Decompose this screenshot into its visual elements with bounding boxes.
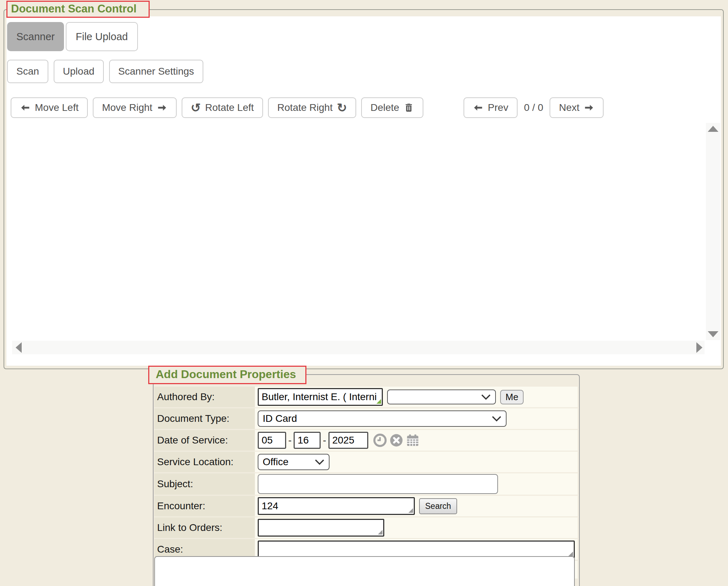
move-right-button[interactable]: Move Right: [93, 97, 177, 118]
move-right-label: Move Right: [102, 102, 152, 113]
scan-tabs: Scanner File Upload: [7, 22, 721, 51]
delete-label: Delete: [370, 102, 399, 113]
horizontal-scrollbar[interactable]: [12, 341, 705, 354]
arrow-right-icon: [584, 102, 594, 113]
rotate-right-icon: ↻: [337, 102, 347, 114]
table-row: Subject:: [154, 473, 578, 495]
scan-actions: Scan Upload Scanner Settings: [7, 60, 721, 83]
scroll-left-icon[interactable]: [16, 342, 22, 353]
scanner-settings-button[interactable]: Scanner Settings: [109, 60, 203, 83]
date-separator: -: [288, 435, 291, 446]
document-notes-textarea[interactable]: [154, 556, 575, 586]
tab-file-upload-label: File Upload: [76, 31, 128, 43]
prev-label: Prev: [488, 102, 508, 113]
scan-button[interactable]: Scan: [7, 60, 48, 83]
date-day-input[interactable]: [294, 432, 321, 449]
clock-icon[interactable]: [373, 434, 387, 447]
rotate-left-label: Rotate Left: [205, 102, 254, 113]
image-toolbar: Move Left Move Right ↺ Rotate Left Rotat…: [11, 97, 721, 118]
table-row: Link to Orders:: [154, 517, 578, 538]
scan-panel: Scanner File Upload Scan Upload Scanner …: [6, 16, 721, 366]
add-document-properties-fieldset: Authored By: Me Document Type: ID Card D…: [153, 374, 580, 586]
link-to-orders-label: Link to Orders:: [154, 517, 255, 538]
delete-button[interactable]: Delete: [361, 97, 423, 118]
rotate-right-button[interactable]: Rotate Right ↻: [268, 97, 356, 118]
upload-button-label: Upload: [63, 66, 95, 77]
me-button[interactable]: Me: [500, 390, 524, 404]
subject-label: Subject:: [154, 473, 255, 495]
table-row: Date of Service: - -: [154, 430, 578, 451]
calendar-icon[interactable]: [406, 434, 419, 447]
add-document-properties-title: Add Document Properties: [148, 366, 306, 384]
date-month-input[interactable]: [258, 432, 286, 449]
next-button[interactable]: Next: [550, 97, 604, 118]
scanner-settings-button-label: Scanner Settings: [118, 66, 194, 77]
encounter-input[interactable]: [258, 497, 415, 515]
table-row: Encounter: Search: [154, 496, 578, 516]
link-to-orders-input[interactable]: [258, 519, 384, 537]
clear-date-icon[interactable]: [390, 434, 403, 447]
arrow-left-icon: [473, 102, 483, 113]
chevron-down-icon: [481, 394, 491, 400]
rotate-right-label: Rotate Right: [277, 102, 333, 113]
scan-button-label: Scan: [16, 66, 39, 77]
document-properties-table: Authored By: Me Document Type: ID Card D…: [154, 386, 578, 580]
move-left-label: Move Left: [35, 102, 79, 113]
tab-scanner-label: Scanner: [16, 31, 55, 43]
prev-button[interactable]: Prev: [464, 97, 518, 118]
trash-icon: [403, 102, 414, 113]
service-location-label: Service Location:: [154, 452, 255, 472]
date-year-input[interactable]: [328, 432, 368, 449]
vertical-scrollbar[interactable]: [706, 123, 720, 340]
encounter-search-button[interactable]: Search: [419, 498, 457, 514]
table-row: Service Location: Office: [154, 452, 578, 472]
table-row: Document Type: ID Card: [154, 408, 578, 429]
rotate-left-button[interactable]: ↺ Rotate Left: [182, 97, 263, 118]
tab-scanner[interactable]: Scanner: [7, 22, 64, 51]
authored-by-label: Authored By:: [154, 387, 255, 407]
authored-by-select[interactable]: [387, 389, 496, 404]
scroll-down-icon[interactable]: [708, 331, 718, 337]
service-location-select[interactable]: Office: [258, 454, 330, 470]
document-type-label: Document Type:: [154, 408, 255, 429]
encounter-label: Encounter:: [154, 496, 255, 516]
table-row: Authored By: Me: [154, 387, 578, 407]
arrow-right-icon: [157, 102, 167, 113]
date-of-service-label: Date of Service:: [154, 430, 255, 451]
document-type-select[interactable]: ID Card: [258, 410, 507, 427]
page-counter: 0 / 0: [524, 102, 543, 113]
chevron-down-icon: [492, 416, 502, 421]
page-navigation: Prev 0 / 0 Next: [464, 97, 604, 118]
case-input[interactable]: [258, 541, 575, 558]
scroll-right-icon[interactable]: [696, 342, 702, 353]
tab-file-upload[interactable]: File Upload: [66, 22, 138, 51]
date-separator: -: [323, 435, 326, 446]
document-type-select-value: ID Card: [263, 413, 297, 424]
document-scan-control-fieldset: Scanner File Upload Scan Upload Scanner …: [4, 9, 724, 369]
arrow-left-icon: [20, 102, 31, 113]
scroll-up-icon[interactable]: [708, 126, 718, 132]
next-label: Next: [559, 102, 579, 113]
subject-input[interactable]: [258, 474, 498, 494]
move-left-button[interactable]: Move Left: [11, 97, 88, 118]
service-location-select-value: Office: [263, 456, 289, 468]
chevron-down-icon: [315, 459, 325, 465]
rotate-left-icon: ↺: [191, 102, 201, 114]
document-scan-control-title: Document Scan Control: [6, 1, 150, 18]
upload-button[interactable]: Upload: [54, 60, 104, 83]
authored-by-input[interactable]: [258, 388, 383, 406]
